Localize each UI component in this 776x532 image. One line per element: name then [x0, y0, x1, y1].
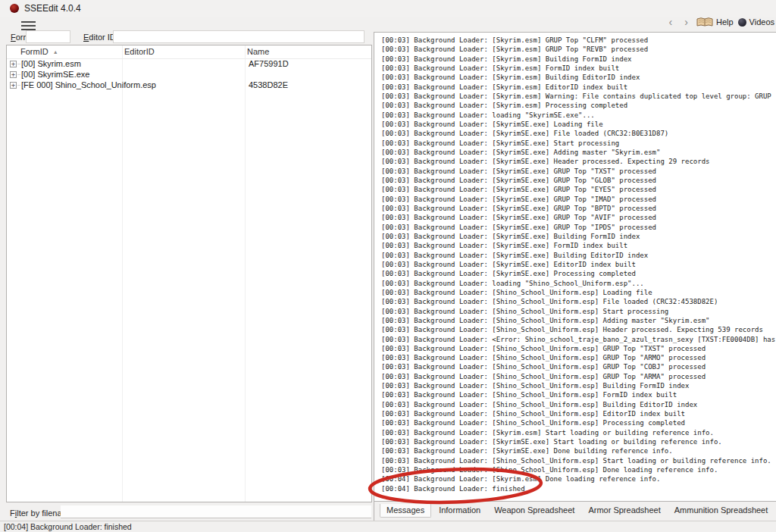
tree-header: FormID▲ EditorID Name — [7, 45, 371, 59]
sort-asc-icon: ▲ — [53, 49, 58, 55]
log-line: [00:03] Background Loader: [Shino_School… — [381, 307, 776, 316]
tree-cell-formid: [00] SkyrimSE.exe — [21, 70, 89, 79]
tree-cell-formid: [FE 000] Shino_School_Uniform.esp — [21, 80, 156, 89]
expand-plus-icon[interactable]: + — [10, 61, 17, 67]
log-line: [00:03] Background Loader: [SkyrimSE.exe… — [381, 232, 776, 241]
log-line: [00:03] Background Loader: loading "Skyr… — [381, 111, 776, 120]
help-book-icon — [696, 17, 713, 27]
editorid-input[interactable] — [113, 30, 365, 43]
log-line: [00:03] Background Loader: [SkyrimSE.exe… — [381, 260, 776, 269]
tree-cell-name: 4538D82E — [249, 80, 288, 89]
filter-by-filename-input[interactable] — [61, 505, 371, 518]
back-arrow-icon[interactable]: ‹ — [665, 17, 677, 27]
log-line: [00:03] Background Loader: [SkyrimSE.exe… — [381, 139, 776, 148]
module-tree-panel: FormID▲ EditorID Name +[00] Skyrim.esmAF… — [6, 45, 372, 502]
help-button[interactable]: Help — [696, 17, 734, 27]
tab-ammunition-spreadsheet[interactable]: Ammunition Spreadsheet — [668, 504, 774, 517]
log-line: [00:03] Background Loader: [Shino_School… — [381, 456, 776, 465]
videos-button[interactable]: Videos — [738, 17, 774, 27]
log-line: [00:03] Background Loader: [SkyrimSE.exe… — [381, 176, 776, 185]
log-line: [00:03] Background Loader: [SkyrimSE.exe… — [381, 204, 776, 213]
app-icon — [10, 4, 19, 13]
tree-row[interactable]: +[FE 000] Shino_School_Uniform.esp4538D8… — [7, 80, 371, 91]
help-label: Help — [716, 17, 734, 27]
tab-weapon-spreadsheet[interactable]: Weapon Spreadsheet — [488, 504, 580, 517]
log-line: [00:03] Background Loader: [Skyrim.esm] … — [381, 428, 776, 437]
videos-label: Videos — [749, 17, 774, 27]
log-line: [00:03] Background Loader: <Error: Shino… — [381, 335, 776, 344]
log-line: [00:03] Background Loader: [SkyrimSE.exe… — [381, 195, 776, 204]
column-header-editorid[interactable]: EditorID — [124, 47, 155, 56]
log-line: [00:03] Background Loader: [SkyrimSE.exe… — [381, 148, 776, 157]
log-line: [00:03] Background Loader: [Shino_School… — [381, 400, 776, 409]
log-line: [00:03] Background Loader: [Shino_School… — [381, 372, 776, 381]
log-line: [00:03] Background Loader: loading "Shin… — [381, 279, 776, 288]
bottom-tab-strip: MessagesInformationWeapon SpreadsheetArm… — [374, 502, 776, 521]
log-line: [00:03] Background Loader: [Skyrim.esm] … — [381, 36, 776, 45]
tree-cell-name: AF75991D — [249, 59, 289, 68]
log-line: [00:03] Background Loader: [SkyrimSE.exe… — [381, 213, 776, 222]
log-line: [00:03] Background Loader: [Shino_School… — [381, 409, 776, 418]
formid-input[interactable] — [26, 30, 70, 43]
log-line: [00:03] Background Loader: [Skyrim.esm] … — [381, 64, 776, 73]
column-header-name[interactable]: Name — [247, 47, 269, 56]
log-line: [00:03] Background Loader: [SkyrimSE.exe… — [381, 185, 776, 194]
log-line: [00:03] Background Loader: [Shino_School… — [381, 381, 776, 390]
log-line: [00:03] Background Loader: [SkyrimSE.exe… — [381, 223, 776, 232]
tab-messages[interactable]: Messages — [380, 504, 431, 518]
log-line: [00:03] Background Loader: [Shino_School… — [381, 316, 776, 325]
log-line: [00:03] Background Loader: [Shino_School… — [381, 288, 776, 297]
messages-log-panel[interactable]: [00:03] Background Loader: [Skyrim.esm] … — [374, 32, 776, 502]
editorid-label: Editor ID — [83, 33, 116, 42]
tree-row[interactable]: +[00] Skyrim.esmAF75991D — [7, 59, 371, 70]
tree-row[interactable]: +[00] SkyrimSE.exe — [7, 70, 371, 80]
log-line: [00:03] Background Loader: [Shino_School… — [381, 418, 776, 427]
status-bar: [00:04] Background Loader: finished — [0, 521, 776, 532]
log-line: [00:03] Background Loader: [SkyrimSE.exe… — [381, 167, 776, 176]
window-title: SSEEdit 4.0.4 — [24, 3, 81, 14]
log-line: [00:03] Background Loader: [Skyrim.esm] … — [381, 73, 776, 82]
title-bar: SSEEdit 4.0.4 — [0, 0, 776, 17]
log-line: [00:03] Background Loader: [Shino_School… — [381, 325, 776, 334]
log-line: [00:03] Background Loader: [Skyrim.esm] … — [381, 55, 776, 64]
column-header-formid[interactable]: FormID▲ — [20, 47, 58, 56]
log-line: [00:03] Background Loader: [Shino_School… — [381, 353, 776, 362]
tree-cell-formid: [00] Skyrim.esm — [21, 59, 81, 68]
tab-armor-spreadsheet[interactable]: Armor Spreadsheet — [582, 504, 666, 517]
expand-plus-icon[interactable]: + — [10, 71, 17, 78]
log-line: [00:03] Background Loader: [SkyrimSE.exe… — [381, 437, 776, 446]
log-line: [00:03] Background Loader: [Shino_School… — [381, 390, 776, 399]
tab-information[interactable]: Information — [433, 504, 487, 517]
log-line: [00:03] Background Loader: [SkyrimSE.exe… — [381, 446, 776, 455]
log-line: [00:03] Background Loader: [Shino_School… — [381, 465, 776, 474]
log-line: [00:03] Background Loader: [SkyrimSE.exe… — [381, 120, 776, 129]
log-line: [00:03] Background Loader: [SkyrimSE.exe… — [381, 157, 776, 166]
log-line: [00:03] Background Loader: [SkyrimSE.exe… — [381, 129, 776, 138]
log-line: [00:04] Background Loader: finished — [381, 484, 776, 493]
tree-rows: +[00] Skyrim.esmAF75991D+[00] SkyrimSE.e… — [7, 59, 371, 91]
forward-arrow-icon[interactable]: › — [681, 17, 692, 27]
status-text: [00:04] Background Loader: finished — [4, 522, 132, 531]
log-line: [00:03] Background Loader: [Shino_School… — [381, 297, 776, 306]
log-line: [00:03] Background Loader: [SkyrimSE.exe… — [381, 269, 776, 278]
log-line: [00:03] Background Loader: [Skyrim.esm] … — [381, 45, 776, 54]
log-line: [00:03] Background Loader: [SkyrimSE.exe… — [381, 251, 776, 260]
videos-icon — [738, 18, 746, 27]
log-line: [00:03] Background Loader: [Shino_School… — [381, 344, 776, 353]
log-line: [00:03] Background Loader: [Skyrim.esm] … — [381, 92, 776, 101]
toolbar-nav-cluster: ‹ › Help Videos — [665, 15, 774, 29]
log-line: [00:04] Background Loader: [Skyrim.esm] … — [381, 474, 776, 483]
log-line: [00:03] Background Loader: [SkyrimSE.exe… — [381, 241, 776, 250]
log-content: [00:03] Background Loader: [Skyrim.esm] … — [374, 33, 776, 493]
log-line: [00:03] Background Loader: [Shino_School… — [381, 362, 776, 371]
log-line: [00:03] Background Loader: [Skyrim.esm] … — [381, 101, 776, 110]
expand-plus-icon[interactable]: + — [10, 82, 17, 89]
log-line: [00:03] Background Loader: [Skyrim.esm] … — [381, 83, 776, 92]
